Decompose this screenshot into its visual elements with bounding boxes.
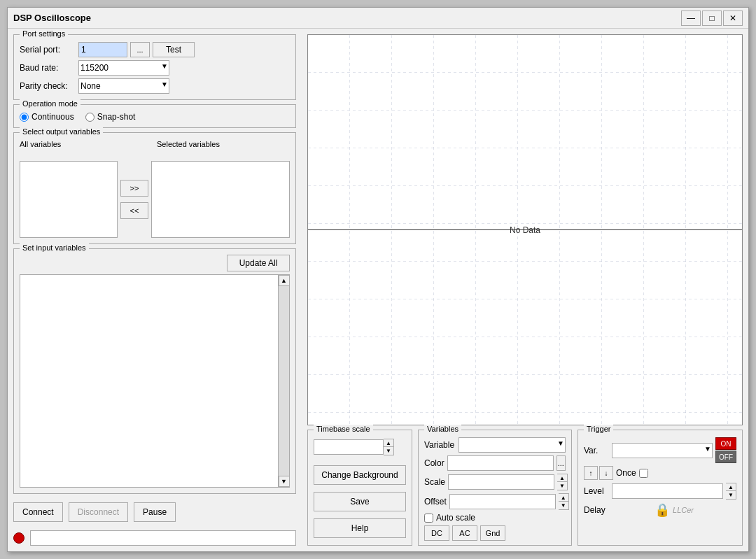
trigger-delay-label: Delay	[584, 505, 609, 515]
selected-variables-list[interactable]	[151, 161, 290, 238]
scope-area: No Data	[307, 34, 743, 425]
change-background-button[interactable]: Change Background	[314, 465, 406, 485]
offset-label: Offset	[424, 497, 447, 507]
level-up-arrow[interactable]: ▲	[726, 483, 736, 491]
add-variable-button[interactable]: >>	[120, 180, 148, 197]
offset-up-arrow[interactable]: ▲	[559, 494, 568, 502]
scale-spin-arrows: ▲ ▼	[557, 474, 568, 490]
offset-input[interactable]	[449, 494, 556, 509]
falling-edge-button[interactable]: ↓	[599, 466, 613, 480]
serial-port-input[interactable]	[78, 42, 127, 57]
trigger-on-button[interactable]: ON	[715, 437, 736, 450]
baud-rate-label: Baud rate:	[20, 63, 76, 73]
timebase-spin-field: ▲ ▼	[314, 439, 406, 455]
scrollbar-vertical[interactable]: ▲ ▼	[278, 275, 289, 487]
input-variables-area[interactable]: ▲ ▼	[20, 274, 290, 488]
offset-down-arrow[interactable]: ▼	[559, 502, 568, 509]
ac-button[interactable]: AC	[452, 525, 477, 541]
scale-input[interactable]	[448, 474, 554, 490]
level-down-arrow[interactable]: ▼	[726, 491, 736, 499]
variables-ctrl-title: Variables	[424, 425, 461, 433]
rising-edge-button[interactable]: ↑	[584, 466, 598, 480]
trigger-group: Trigger Var. ▼ ON OFF	[578, 430, 743, 546]
trigger-var-label: Var.	[584, 446, 609, 455]
color-dots-button[interactable]: ...	[556, 455, 566, 471]
variable-select-wrapper: ▼	[458, 437, 566, 453]
snapshot-label: Snap-shot	[97, 112, 136, 122]
color-input[interactable]	[447, 455, 554, 471]
scroll-up-button[interactable]: ▲	[279, 275, 290, 286]
trigger-level-input[interactable]	[612, 483, 723, 499]
baud-rate-select[interactable]: 115200 9600 19200 38400 57600 230400	[78, 60, 169, 76]
input-variables-group: Set input variables Update All ▲ ▼	[13, 248, 296, 494]
trigger-icons-row: ↑ ↓ Once	[584, 466, 736, 480]
variables-ctrl-group: Variables Variable ▼ Color ...	[418, 430, 572, 546]
right-panel: No Data Timebase scale ▲ ▼	[302, 29, 748, 551]
trigger-icons: ↑ ↓	[584, 466, 613, 480]
baud-rate-row: Baud rate: 115200 9600 19200 38400 57600…	[20, 60, 290, 76]
trigger-level-label: Level	[584, 486, 609, 496]
parity-row: Parity check: None Even Odd Mark Space ▼	[20, 78, 290, 94]
port-settings-title: Port settings	[20, 29, 68, 38]
trigger-var-select-wrapper: ▼	[612, 443, 713, 458]
disconnect-button[interactable]: Disconnect	[69, 502, 128, 522]
auto-scale-row: Auto scale	[424, 513, 566, 523]
selected-variables-label: Selected variables	[157, 140, 220, 148]
once-checkbox[interactable]	[639, 469, 648, 478]
scale-row: Scale ▲ ▼	[424, 474, 566, 490]
continuous-radio[interactable]	[20, 113, 29, 122]
parity-select[interactable]: None Even Odd Mark Space	[78, 78, 169, 94]
trigger-off-button[interactable]: OFF	[715, 451, 736, 463]
continuous-radio-label[interactable]: Continuous	[20, 112, 74, 122]
serial-port-row: Serial port: ... Test	[20, 42, 290, 57]
all-variables-list[interactable]	[20, 161, 118, 238]
update-all-button[interactable]: Update All	[227, 255, 290, 271]
minimize-button[interactable]: —	[681, 10, 701, 26]
timebase-group: Timebase scale ▲ ▼ Change Background Sav…	[307, 430, 412, 546]
auto-scale-checkbox[interactable]	[424, 514, 433, 523]
connect-button[interactable]: Connect	[13, 502, 63, 522]
help-button[interactable]: Help	[314, 518, 406, 538]
variables-inner: >> <<	[20, 161, 290, 238]
all-variables-label: All variables	[20, 140, 118, 148]
operation-mode-row: Continuous Snap-shot	[20, 112, 290, 122]
dc-button[interactable]: DC	[424, 525, 449, 541]
timebase-title: Timebase scale	[314, 425, 373, 433]
browse-button[interactable]: ...	[130, 42, 150, 57]
variable-label: Variable	[424, 440, 456, 450]
close-button[interactable]: ✕	[723, 10, 743, 26]
trigger-var-select[interactable]	[612, 443, 713, 458]
remove-variable-button[interactable]: <<	[120, 202, 148, 219]
logo-text: LLCer	[673, 506, 694, 514]
scale-label: Scale	[424, 477, 445, 487]
variable-row: Variable ▼	[424, 437, 566, 453]
gnd-button[interactable]: Gnd	[480, 525, 505, 541]
snapshot-radio[interactable]	[85, 113, 94, 122]
var-labels-row: All variables Selected variables	[20, 140, 290, 148]
input-variables-title: Set input variables	[20, 243, 89, 252]
auto-scale-label: Auto scale	[436, 513, 475, 523]
scale-up-arrow[interactable]: ▲	[557, 474, 567, 482]
title-bar: DSP Oscilloscope — □ ✕	[8, 8, 748, 29]
timebase-down-arrow[interactable]: ▼	[384, 447, 393, 455]
variable-select[interactable]	[458, 437, 566, 453]
snapshot-radio-label[interactable]: Snap-shot	[85, 112, 136, 122]
save-button[interactable]: Save	[314, 492, 406, 511]
no-data-label: No Data	[510, 225, 540, 235]
test-button[interactable]: Test	[153, 42, 195, 57]
timebase-input[interactable]	[314, 439, 384, 455]
scroll-down-button[interactable]: ▼	[279, 476, 290, 487]
pause-button[interactable]: Pause	[134, 502, 176, 522]
var-buttons: >> <<	[120, 161, 148, 238]
main-window: DSP Oscilloscope — □ ✕ Port settings Ser…	[7, 7, 749, 552]
on-off-buttons: ON OFF	[715, 437, 736, 463]
timebase-up-arrow[interactable]: ▲	[384, 439, 393, 447]
timebase-spin-row: ▲ ▼	[314, 439, 406, 455]
logo-icon: 🔒	[654, 502, 670, 518]
maximize-button[interactable]: □	[702, 10, 722, 26]
operation-mode-group: Operation mode Continuous Snap-shot	[13, 104, 296, 128]
logo-area: 🔒 LLCer	[612, 502, 736, 518]
dc-ac-row: DC AC Gnd	[424, 525, 566, 541]
trigger-delay-row: Delay 🔒 LLCer	[584, 502, 736, 518]
scale-down-arrow[interactable]: ▼	[557, 482, 567, 490]
